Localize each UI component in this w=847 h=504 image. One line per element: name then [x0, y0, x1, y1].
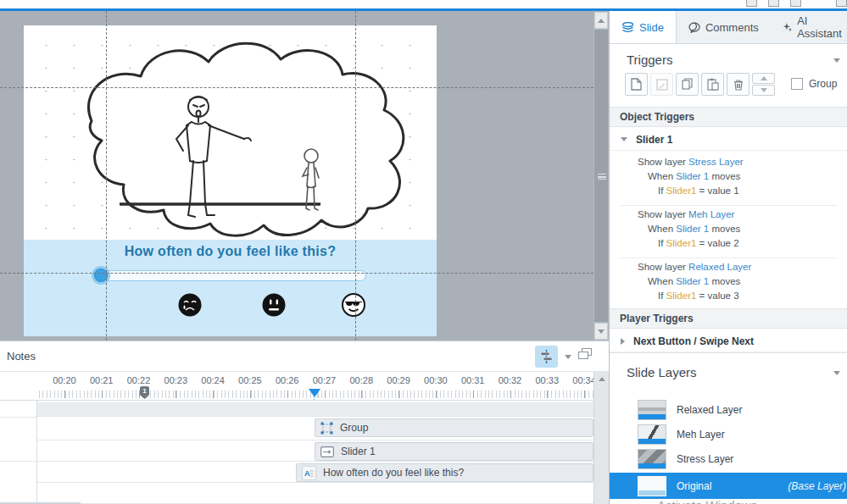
- canvas-scrollbar-thumb[interactable]: [594, 30, 608, 322]
- reorder-trigger-buttons: [752, 73, 775, 96]
- slider-thumb[interactable]: [92, 266, 110, 285]
- trigger-item[interactable]: Show layer Relaxed Layer When Slider 1 m…: [638, 260, 751, 303]
- trigger-when-object-link[interactable]: Slider 1: [676, 276, 709, 286]
- tick-label: 00:26: [269, 375, 306, 385]
- layer-row-original[interactable]: Original (Base Layer): [610, 473, 847, 499]
- edit-trigger-button[interactable]: [650, 73, 673, 96]
- tick-label: 00:27: [306, 375, 343, 385]
- new-page-icon: [631, 78, 642, 91]
- trigger-when-object-link[interactable]: Slider 1: [676, 224, 709, 234]
- slide-duration-band[interactable]: [37, 402, 593, 416]
- cloud-illustration[interactable]: [41, 32, 414, 240]
- player-trigger-next[interactable]: Next Button / Swipe Next: [610, 330, 847, 352]
- trigger-item[interactable]: Show layer Meh Layer When Slider 1 moves…: [638, 208, 740, 251]
- slide-canvas: VYOND FREE TRIAL: [0, 11, 609, 341]
- canvas-scrollbar[interactable]: [593, 11, 609, 341]
- trigger-condition: = value 2: [696, 238, 738, 248]
- slider-object-icon: [320, 446, 334, 457]
- close-button[interactable]: [790, 0, 801, 7]
- scrollbar-grip-icon: [598, 174, 606, 180]
- titlebar: [0, 0, 847, 8]
- timeline-ruler[interactable]: 00:20 00:21 00:22 00:23 00:24 00:25 00:2…: [0, 372, 609, 401]
- restore-button[interactable]: [768, 0, 779, 7]
- trigger-action: Show layer: [638, 209, 688, 219]
- relaxed-layer-thumbnail: [638, 400, 666, 420]
- trigger-when-object-link[interactable]: Slider 1: [676, 171, 709, 181]
- move-trigger-up-button[interactable]: [752, 73, 775, 84]
- cool-face-icon[interactable]: [341, 292, 366, 318]
- player-trigger-name: Next Button / Swipe Next: [633, 335, 754, 347]
- trigger-if: If: [658, 291, 666, 301]
- object-triggers-header-label: Object Triggers: [620, 111, 694, 123]
- anxious-face-icon[interactable]: [177, 292, 203, 318]
- panel-tabbar: Slide Comments AI Assistant New: [610, 11, 847, 44]
- minimize-button[interactable]: [746, 0, 757, 7]
- layer-row-stress[interactable]: Stress Layer: [610, 446, 847, 471]
- layer-name: Stress Layer: [677, 453, 733, 465]
- storyline-window: VYOND FREE TRIAL: [0, 0, 847, 504]
- triggers-collapse-icon[interactable]: [833, 58, 840, 63]
- trigger-variable-link[interactable]: Slider1: [666, 238, 697, 248]
- tick-label: 00:30: [417, 375, 454, 385]
- new-trigger-button[interactable]: [625, 73, 648, 96]
- group-toggle[interactable]: Group: [791, 78, 837, 90]
- layer-row-relaxed[interactable]: Relaxed Layer: [610, 397, 847, 422]
- panel-layout-button[interactable]: [578, 348, 592, 360]
- tick-label: 00:23: [157, 375, 194, 385]
- scroll-up-button[interactable]: [594, 12, 608, 29]
- trigger-target-link[interactable]: Relaxed Layer: [688, 262, 751, 272]
- timeline-bar-slider1[interactable]: Slider 1: [315, 442, 593, 461]
- expand-player-trigger-icon[interactable]: [621, 338, 625, 345]
- timeline-left-column: [0, 401, 37, 504]
- trigger-item[interactable]: Show layer Stress Layer When Slider 1 mo…: [638, 155, 744, 198]
- tab-slide[interactable]: Slide: [610, 11, 677, 43]
- paste-trigger-button[interactable]: [701, 73, 724, 96]
- copy-trigger-button[interactable]: [676, 73, 699, 96]
- ruler-tick-labels: 00:20 00:21 00:22 00:23 00:24 00:25 00:2…: [46, 375, 605, 385]
- tick-label: 00:22: [120, 375, 158, 385]
- trigger-variable-link[interactable]: Slider1: [666, 291, 697, 301]
- question-text[interactable]: How often do you feel like this?: [24, 244, 437, 259]
- timeline-scrollbar[interactable]: [593, 372, 609, 504]
- trigger-separator: [620, 205, 838, 206]
- vertical-guide-1[interactable]: [106, 11, 107, 341]
- tab-ai-assistant[interactable]: AI Assistant New: [771, 11, 847, 43]
- delete-trigger-button[interactable]: [727, 73, 749, 96]
- player-triggers-header: Player Triggers: [610, 308, 847, 329]
- trigger-target-link[interactable]: Stress Layer: [688, 157, 744, 167]
- trigger-when-suffix: moves: [709, 276, 740, 286]
- move-trigger-down-button[interactable]: [752, 85, 775, 96]
- timeline-rows: Group Slider 1 A: [0, 401, 593, 504]
- timeline-bar-question-text[interactable]: A How often do you feel like this?: [296, 463, 593, 482]
- slide-layers-collapse-icon[interactable]: [833, 371, 840, 375]
- playhead[interactable]: [309, 389, 320, 397]
- triggers-title: Triggers: [627, 53, 672, 67]
- vertical-guide-2[interactable]: [355, 11, 356, 341]
- layer-name: Relaxed Layer: [677, 404, 742, 416]
- timeline-bar-group[interactable]: Group: [315, 418, 593, 437]
- slider-track[interactable]: [98, 270, 366, 281]
- trigger-variable-link[interactable]: Slider1: [666, 186, 697, 196]
- horizontal-guide-2[interactable]: [0, 273, 593, 274]
- group-checkbox[interactable]: [791, 78, 803, 90]
- notes-dropdown-icon[interactable]: [565, 355, 571, 359]
- scroll-down-button[interactable]: [594, 323, 608, 340]
- trigger-target-link[interactable]: Meh Layer: [688, 209, 734, 219]
- trigger-if: If: [658, 186, 666, 196]
- slide-stage[interactable]: VYOND FREE TRIAL: [24, 25, 437, 336]
- collapse-slider1-icon[interactable]: [621, 137, 627, 141]
- triggers-toolbar: [625, 73, 775, 96]
- paste-icon: [707, 78, 719, 91]
- layer-row-meh[interactable]: Meh Layer: [610, 422, 847, 446]
- trigger-group-slider1[interactable]: Slider 1: [610, 129, 847, 151]
- trigger-when-suffix: moves: [709, 171, 740, 181]
- help-button[interactable]: [836, 0, 847, 7]
- group-object-icon: [320, 422, 333, 435]
- horizontal-guide-1[interactable]: [0, 87, 593, 88]
- timeline-view-button[interactable]: [535, 346, 558, 368]
- neutral-face-icon[interactable]: [261, 292, 287, 318]
- row-divider: [37, 416, 593, 417]
- tick-label: 00:20: [46, 375, 83, 385]
- tab-comments[interactable]: Comments: [677, 11, 771, 43]
- stress-layer-thumbnail: [638, 449, 666, 469]
